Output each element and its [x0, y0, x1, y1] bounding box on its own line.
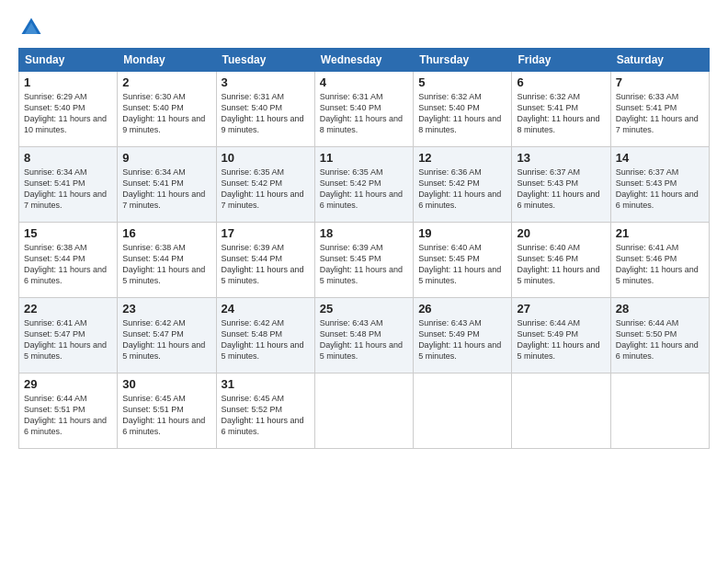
- cell-info: Sunrise: 6:42 AMSunset: 5:48 PMDaylight:…: [222, 317, 310, 362]
- cell-info: Sunrise: 6:35 AMSunset: 5:42 PMDaylight:…: [222, 167, 310, 212]
- cell-info: Sunrise: 6:43 AMSunset: 5:48 PMDaylight:…: [320, 317, 408, 362]
- calendar-day-cell: 16 Sunrise: 6:38 AMSunset: 5:44 PMDaylig…: [118, 223, 216, 298]
- calendar-day-cell: 12 Sunrise: 6:36 AMSunset: 5:42 PMDaylig…: [414, 147, 512, 223]
- cell-info: Sunrise: 6:38 AMSunset: 5:44 PMDaylight:…: [24, 242, 112, 287]
- cell-info: Sunrise: 6:32 AMSunset: 5:40 PMDaylight:…: [418, 91, 506, 136]
- day-number: 21: [616, 226, 704, 240]
- calendar-day-cell: 20 Sunrise: 6:40 AMSunset: 5:46 PMDaylig…: [512, 223, 610, 298]
- day-number: 29: [24, 377, 112, 391]
- cell-info: Sunrise: 6:40 AMSunset: 5:46 PMDaylight:…: [517, 242, 605, 287]
- calendar-day-cell: 15 Sunrise: 6:38 AMSunset: 5:44 PMDaylig…: [19, 223, 118, 298]
- day-number: 10: [222, 151, 310, 165]
- cell-info: Sunrise: 6:30 AMSunset: 5:40 PMDaylight:…: [122, 91, 210, 136]
- day-number: 18: [320, 226, 408, 240]
- calendar-week-row: 29 Sunrise: 6:44 AMSunset: 5:51 PMDaylig…: [19, 373, 710, 449]
- day-number: 30: [122, 377, 210, 391]
- day-number: 26: [418, 302, 506, 316]
- calendar-day-cell: 26 Sunrise: 6:43 AMSunset: 5:49 PMDaylig…: [414, 298, 512, 373]
- cell-info: Sunrise: 6:44 AMSunset: 5:51 PMDaylight:…: [24, 393, 112, 438]
- cell-info: Sunrise: 6:33 AMSunset: 5:41 PMDaylight:…: [616, 91, 704, 136]
- logo-icon: [18, 15, 44, 40]
- calendar-day-cell: 5 Sunrise: 6:32 AMSunset: 5:40 PMDayligh…: [414, 72, 512, 147]
- cell-info: Sunrise: 6:34 AMSunset: 5:41 PMDaylight:…: [24, 167, 112, 212]
- calendar-header-cell: Wednesday: [314, 49, 413, 72]
- cell-info: Sunrise: 6:40 AMSunset: 5:45 PMDaylight:…: [418, 242, 506, 287]
- calendar-week-row: 15 Sunrise: 6:38 AMSunset: 5:44 PMDaylig…: [19, 223, 710, 298]
- calendar-day-cell: 4 Sunrise: 6:31 AMSunset: 5:40 PMDayligh…: [314, 72, 413, 147]
- cell-info: Sunrise: 6:31 AMSunset: 5:40 PMDaylight:…: [222, 91, 310, 136]
- calendar-day-cell: 23 Sunrise: 6:42 AMSunset: 5:47 PMDaylig…: [118, 298, 216, 373]
- calendar-day-cell: 14 Sunrise: 6:37 AMSunset: 5:43 PMDaylig…: [610, 147, 709, 223]
- calendar-week-row: 1 Sunrise: 6:29 AMSunset: 5:40 PMDayligh…: [19, 72, 710, 147]
- day-number: 24: [222, 302, 310, 316]
- header: [18, 15, 710, 40]
- cell-info: Sunrise: 6:43 AMSunset: 5:49 PMDaylight:…: [418, 317, 506, 362]
- calendar-day-cell: 2 Sunrise: 6:30 AMSunset: 5:40 PMDayligh…: [118, 72, 216, 147]
- day-number: 22: [24, 302, 112, 316]
- day-number: 15: [24, 226, 112, 240]
- calendar-day-cell: [314, 373, 413, 449]
- day-number: 12: [418, 151, 506, 165]
- calendar-week-row: 8 Sunrise: 6:34 AMSunset: 5:41 PMDayligh…: [19, 147, 710, 223]
- day-number: 23: [122, 302, 210, 316]
- cell-info: Sunrise: 6:38 AMSunset: 5:44 PMDaylight:…: [122, 242, 210, 287]
- day-number: 20: [517, 226, 605, 240]
- calendar-day-cell: 22 Sunrise: 6:41 AMSunset: 5:47 PMDaylig…: [19, 298, 118, 373]
- cell-info: Sunrise: 6:45 AMSunset: 5:51 PMDaylight:…: [122, 393, 210, 438]
- calendar-day-cell: 1 Sunrise: 6:29 AMSunset: 5:40 PMDayligh…: [19, 72, 118, 147]
- calendar-day-cell: [414, 373, 512, 449]
- day-number: 1: [24, 75, 112, 89]
- calendar-day-cell: 18 Sunrise: 6:39 AMSunset: 5:45 PMDaylig…: [314, 223, 413, 298]
- day-number: 4: [320, 75, 408, 89]
- cell-info: Sunrise: 6:29 AMSunset: 5:40 PMDaylight:…: [24, 91, 112, 136]
- cell-info: Sunrise: 6:41 AMSunset: 5:47 PMDaylight:…: [24, 317, 112, 362]
- cell-info: Sunrise: 6:41 AMSunset: 5:46 PMDaylight:…: [616, 242, 704, 287]
- calendar-day-cell: 21 Sunrise: 6:41 AMSunset: 5:46 PMDaylig…: [610, 223, 709, 298]
- calendar-week-row: 22 Sunrise: 6:41 AMSunset: 5:47 PMDaylig…: [19, 298, 710, 373]
- calendar-day-cell: 29 Sunrise: 6:44 AMSunset: 5:51 PMDaylig…: [19, 373, 118, 449]
- calendar-day-cell: 19 Sunrise: 6:40 AMSunset: 5:45 PMDaylig…: [414, 223, 512, 298]
- day-number: 14: [616, 151, 704, 165]
- cell-info: Sunrise: 6:34 AMSunset: 5:41 PMDaylight:…: [122, 167, 210, 212]
- page: SundayMondayTuesdayWednesdayThursdayFrid…: [0, 0, 728, 563]
- calendar-day-cell: 9 Sunrise: 6:34 AMSunset: 5:41 PMDayligh…: [118, 147, 216, 223]
- day-number: 28: [616, 302, 704, 316]
- calendar-day-cell: 27 Sunrise: 6:44 AMSunset: 5:49 PMDaylig…: [512, 298, 610, 373]
- cell-info: Sunrise: 6:39 AMSunset: 5:45 PMDaylight:…: [320, 242, 408, 287]
- calendar-day-cell: [610, 373, 709, 449]
- calendar-day-cell: 17 Sunrise: 6:39 AMSunset: 5:44 PMDaylig…: [216, 223, 314, 298]
- calendar-day-cell: 10 Sunrise: 6:35 AMSunset: 5:42 PMDaylig…: [216, 147, 314, 223]
- calendar-day-cell: 8 Sunrise: 6:34 AMSunset: 5:41 PMDayligh…: [19, 147, 118, 223]
- cell-info: Sunrise: 6:42 AMSunset: 5:47 PMDaylight:…: [122, 317, 210, 362]
- calendar-day-cell: 31 Sunrise: 6:45 AMSunset: 5:52 PMDaylig…: [216, 373, 314, 449]
- calendar-day-cell: 13 Sunrise: 6:37 AMSunset: 5:43 PMDaylig…: [512, 147, 610, 223]
- day-number: 11: [320, 151, 408, 165]
- calendar-day-cell: 28 Sunrise: 6:44 AMSunset: 5:50 PMDaylig…: [610, 298, 709, 373]
- calendar-day-cell: 24 Sunrise: 6:42 AMSunset: 5:48 PMDaylig…: [216, 298, 314, 373]
- calendar-day-cell: [512, 373, 610, 449]
- cell-info: Sunrise: 6:44 AMSunset: 5:49 PMDaylight:…: [517, 317, 605, 362]
- calendar-body: 1 Sunrise: 6:29 AMSunset: 5:40 PMDayligh…: [19, 72, 710, 449]
- calendar-day-cell: 30 Sunrise: 6:45 AMSunset: 5:51 PMDaylig…: [118, 373, 216, 449]
- calendar-header-cell: Saturday: [610, 49, 709, 72]
- cell-info: Sunrise: 6:44 AMSunset: 5:50 PMDaylight:…: [616, 317, 704, 362]
- cell-info: Sunrise: 6:37 AMSunset: 5:43 PMDaylight:…: [517, 167, 605, 212]
- calendar-header-cell: Tuesday: [216, 49, 314, 72]
- day-number: 27: [517, 302, 605, 316]
- day-number: 2: [122, 75, 210, 89]
- calendar-day-cell: 25 Sunrise: 6:43 AMSunset: 5:48 PMDaylig…: [314, 298, 413, 373]
- day-number: 19: [418, 226, 506, 240]
- calendar-day-cell: 3 Sunrise: 6:31 AMSunset: 5:40 PMDayligh…: [216, 72, 314, 147]
- calendar-day-cell: 7 Sunrise: 6:33 AMSunset: 5:41 PMDayligh…: [610, 72, 709, 147]
- cell-info: Sunrise: 6:35 AMSunset: 5:42 PMDaylight:…: [320, 167, 408, 212]
- calendar-day-cell: 11 Sunrise: 6:35 AMSunset: 5:42 PMDaylig…: [314, 147, 413, 223]
- day-number: 16: [122, 226, 210, 240]
- cell-info: Sunrise: 6:31 AMSunset: 5:40 PMDaylight:…: [320, 91, 408, 136]
- cell-info: Sunrise: 6:45 AMSunset: 5:52 PMDaylight:…: [222, 393, 310, 438]
- day-number: 13: [517, 151, 605, 165]
- day-number: 8: [24, 151, 112, 165]
- calendar-header-cell: Monday: [118, 49, 216, 72]
- cell-info: Sunrise: 6:39 AMSunset: 5:44 PMDaylight:…: [222, 242, 310, 287]
- logo: [18, 15, 48, 40]
- calendar-header-cell: Friday: [512, 49, 610, 72]
